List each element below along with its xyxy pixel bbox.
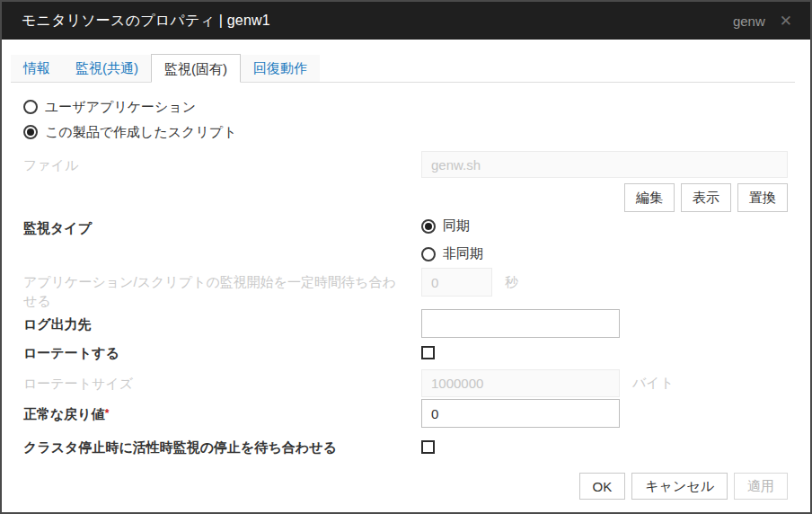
sync-radio[interactable] xyxy=(421,219,436,234)
resource-type-badge: genw xyxy=(733,13,765,29)
sync-label: 同期 xyxy=(443,217,470,235)
dialog-titlebar: モニタリソースのプロパティ | genw1 genw ✕ xyxy=(2,2,810,40)
rotate-size-input xyxy=(421,369,620,397)
user-application-label: ユーザアプリケーション xyxy=(45,99,196,116)
edit-button[interactable]: 編集 xyxy=(624,183,675,212)
user-application-option[interactable]: ユーザアプリケーション xyxy=(23,99,196,116)
row-rotate-size: ローテートサイズ バイト xyxy=(23,369,788,397)
async-option[interactable]: 非同期 xyxy=(421,245,483,262)
dialog-title: モニタリソースのプロパティ | genw1 xyxy=(22,12,733,31)
row-cluster-stop-wait: クラスタ停止時に活性時監視の停止を待ち合わせる xyxy=(23,438,788,456)
rotate-label: ローテートする xyxy=(23,343,421,362)
product-script-radio[interactable] xyxy=(23,125,38,139)
async-label: 非同期 xyxy=(443,245,483,262)
row-wait-time: アプリケーション/スクリプトの監視開始を一定時間待ち合わせる 秒 xyxy=(23,268,788,309)
form-body: ユーザアプリケーション この製品で作成したスクリプト ファイル 編集 表示 置換… xyxy=(2,83,810,456)
row-file-buttons: 編集 表示 置換 xyxy=(23,183,788,212)
cluster-stop-wait-checkbox[interactable] xyxy=(421,440,435,454)
row-normal-return: 正常な戻り値* xyxy=(23,399,788,428)
product-script-label: この製品で作成したスクリプト xyxy=(45,124,237,141)
normal-return-input[interactable] xyxy=(421,399,620,428)
apply-button[interactable]: 適用 xyxy=(734,473,788,500)
row-user-application: ユーザアプリケーション xyxy=(23,97,788,117)
normal-return-label-text: 正常な戻り値 xyxy=(23,406,105,421)
close-icon[interactable]: ✕ xyxy=(780,13,792,29)
rotate-size-unit: バイト xyxy=(632,375,674,392)
row-monitor-type: 監視タイプ 同期 非同期 xyxy=(23,217,788,259)
tab-monitor-special[interactable]: 監視(固有) xyxy=(151,54,241,83)
log-output-label: ログ出力先 xyxy=(23,315,421,333)
row-rotate: ローテートする xyxy=(23,343,788,361)
tab-recovery-action[interactable]: 回復動作 xyxy=(241,55,320,82)
wait-time-input xyxy=(421,268,492,297)
async-radio[interactable] xyxy=(421,247,436,261)
monitor-resource-properties-dialog: モニタリソースのプロパティ | genw1 genw ✕ 情報 監視(共通) 監… xyxy=(0,0,812,514)
product-script-option[interactable]: この製品で作成したスクリプト xyxy=(23,124,237,141)
monitor-type-label: 監視タイプ xyxy=(23,217,421,237)
ok-button[interactable]: OK xyxy=(579,473,626,500)
log-output-input[interactable] xyxy=(421,309,620,338)
row-product-script: この製品で作成したスクリプト xyxy=(23,122,788,142)
cluster-stop-wait-label: クラスタ停止時に活性時監視の停止を待ち合わせる xyxy=(23,438,421,456)
row-file: ファイル xyxy=(23,151,788,178)
replace-button[interactable]: 置換 xyxy=(737,183,788,212)
footer-button-bar: OK キャンセル 適用 xyxy=(579,473,788,500)
file-input xyxy=(421,151,788,178)
rotate-checkbox[interactable] xyxy=(421,346,435,359)
sync-option[interactable]: 同期 xyxy=(421,217,483,235)
tab-info[interactable]: 情報 xyxy=(11,55,63,82)
wait-time-unit: 秒 xyxy=(505,274,518,291)
cancel-button[interactable]: キャンセル xyxy=(631,473,728,500)
rotate-size-label: ローテートサイズ xyxy=(23,374,421,393)
normal-return-label: 正常な戻り値* xyxy=(23,404,421,423)
user-application-radio[interactable] xyxy=(23,100,38,114)
tab-bar: 情報 監視(共通) 監視(固有) 回復動作 xyxy=(11,54,795,83)
required-marker: * xyxy=(105,407,110,420)
view-button[interactable]: 表示 xyxy=(681,183,731,212)
row-log-output: ログ出力先 xyxy=(23,309,788,338)
tab-monitor-common[interactable]: 監視(共通) xyxy=(63,55,151,82)
wait-time-label: アプリケーション/スクリプトの監視開始を一定時間待ち合わせる xyxy=(23,268,421,310)
file-label: ファイル xyxy=(23,155,421,174)
